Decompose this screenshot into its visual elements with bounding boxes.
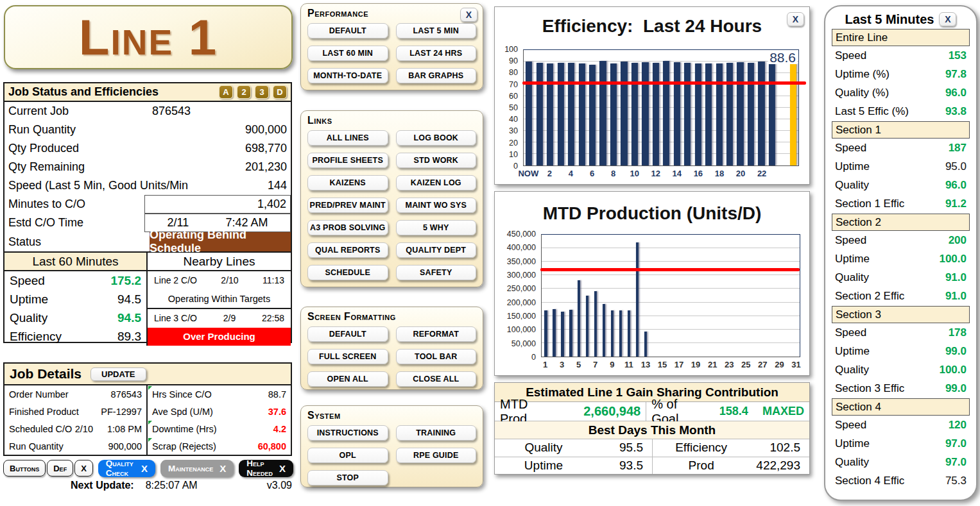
screen-formatting-button-full-screen[interactable]: FULL SCREEN xyxy=(307,349,388,364)
links-button-qual-reports[interactable]: QUAL REPORTS xyxy=(307,242,388,258)
section-2-section-2-effic-row: Section 2 Effic91.0 xyxy=(832,287,970,305)
section-1-section-1-effic-row: Section 1 Effic91.2 xyxy=(832,194,970,213)
buttons-pill[interactable]: Buttons xyxy=(3,460,46,476)
x-tick-label: 31 xyxy=(791,360,800,369)
screen-formatting-panel: Screen Formatting DEFAULTREFORMATFULL SC… xyxy=(300,307,483,390)
view-button-d[interactable]: D xyxy=(273,85,287,99)
performance-button-last-24-hrs[interactable]: LAST 24 HRS xyxy=(396,46,477,61)
bar xyxy=(642,62,648,165)
scrap-value: 60,800 xyxy=(258,441,286,451)
performance-close-button[interactable]: X xyxy=(460,8,477,22)
section-2-quality-row: Quality91.0 xyxy=(832,268,970,287)
metric-value: 99.0 xyxy=(945,345,967,358)
section-2-speed-row: Speed200 xyxy=(832,231,970,249)
y-tick-label: 20 xyxy=(509,139,518,148)
metric-label: Section 2 Effic xyxy=(835,290,945,303)
best-efficiency-value: 102.5 xyxy=(750,441,809,455)
status-row: Status Operating Behind Schedule xyxy=(4,232,291,251)
help-needed-pill[interactable]: Help NeededX xyxy=(239,460,293,477)
current-job-label: Current Job xyxy=(8,105,287,118)
last60-quality-value: 94.5 xyxy=(117,311,141,325)
links-button-kaizen-log[interactable]: KAIZEN LOG xyxy=(396,175,477,190)
qty-produced-row: Qty Produced 698,770 xyxy=(4,139,291,158)
quality-check-pill[interactable]: Quality CheckX xyxy=(98,460,155,477)
performance-button-last-5-min[interactable]: LAST 5 MIN xyxy=(396,23,477,38)
performance-button-last-60-min[interactable]: LAST 60 MIN xyxy=(307,46,388,61)
entire-line-uptime-row: Uptime (%)97.8 xyxy=(832,65,970,83)
links-button-a3-prob-solving[interactable]: A3 PROB SOLVING xyxy=(307,220,388,235)
metric-label: Speed xyxy=(835,419,949,432)
last-5-minutes-close-button[interactable]: X xyxy=(939,12,956,26)
metric-value: 96.0 xyxy=(945,179,967,192)
bar xyxy=(526,62,532,165)
screen-formatting-button-close-all[interactable]: CLOSE ALL xyxy=(396,371,477,387)
buttons-close-pill[interactable]: X xyxy=(74,460,93,476)
bar xyxy=(695,63,701,165)
y-tick-label: 300,000 xyxy=(507,271,536,280)
maintenance-pill[interactable]: MaintenanceX xyxy=(160,460,234,477)
bar xyxy=(705,63,712,165)
metric-label: Quality xyxy=(835,456,945,469)
job-status-title: Job Status and Efficiencies xyxy=(8,85,215,99)
speed-last5-label: Speed (Last 5 Min, Good Units/Min xyxy=(8,179,268,192)
screen-formatting-title: Screen Formatting xyxy=(307,311,396,322)
bar xyxy=(568,63,574,165)
links-button-safety[interactable]: SAFETY xyxy=(396,265,477,280)
metric-label: Section 4 Effic xyxy=(835,475,945,487)
links-button-log-book[interactable]: LOG BOOK xyxy=(396,130,477,146)
metric-label: Uptime xyxy=(835,253,939,266)
links-button-schedule[interactable]: SCHEDULE xyxy=(307,265,388,280)
mtd-chart-title: MTD Production (Units/D) xyxy=(495,203,809,224)
system-button-opl[interactable]: OPL xyxy=(307,448,388,463)
system-button-rpe-guide[interactable]: RPE GUIDE xyxy=(396,448,477,463)
performance-button-default[interactable]: DEFAULT xyxy=(307,23,388,38)
bar xyxy=(653,63,659,165)
links-button-5-why[interactable]: 5 WHY xyxy=(396,220,477,235)
estd-co-date: 2/11 xyxy=(168,216,189,230)
efficiency-plot-area: 88.6 xyxy=(523,49,799,166)
line2-co-row: Line 2 C/O 2/10 11:13 xyxy=(148,271,291,290)
view-button-2[interactable]: 2 xyxy=(237,85,251,99)
y-tick-label: 200,000 xyxy=(507,298,536,307)
screen-formatting-button-reformat[interactable]: REFORMAT xyxy=(396,326,477,342)
metric-value: 75.3 xyxy=(945,475,967,487)
links-button-std-work[interactable]: STD WORK xyxy=(396,153,477,168)
screen-formatting-button-default[interactable]: DEFAULT xyxy=(307,326,388,342)
efficiency-chart-close-button[interactable]: X xyxy=(787,12,804,26)
bar xyxy=(769,63,775,165)
section-4-section-4-effic-row: Section 4 Effic75.3 xyxy=(832,471,970,490)
bar xyxy=(586,296,589,357)
system-button-training[interactable]: TRAINING xyxy=(396,425,477,441)
help-needed-close-icon[interactable]: X xyxy=(279,463,286,474)
performance-title: Performance xyxy=(307,8,368,19)
view-button-3[interactable]: 3 xyxy=(255,85,269,99)
qty-remaining-label: Qty Remaining xyxy=(8,160,245,174)
view-button-a[interactable]: A xyxy=(219,85,233,99)
links-title: Links xyxy=(307,115,332,126)
screen-formatting-button-open-all[interactable]: OPEN ALL xyxy=(307,371,388,387)
maintenance-close-icon[interactable]: X xyxy=(219,463,226,474)
performance-button-month-to-date[interactable]: MONTH-TO-DATE xyxy=(307,68,388,83)
status-badge: Operating Behind Schedule xyxy=(150,232,291,251)
update-button[interactable]: UPDATE xyxy=(90,367,146,381)
links-button-kaizens[interactable]: KAIZENS xyxy=(307,175,388,190)
system-button-instructions[interactable]: INSTRUCTIONS xyxy=(307,425,388,441)
links-button-quality-dept[interactable]: QUALITY DEPT xyxy=(396,242,477,258)
last-60-minutes-header: Last 60 Minutes xyxy=(4,253,146,271)
x-tick-label: 10 xyxy=(630,169,639,178)
best-quality-value: 95.5 xyxy=(592,441,652,455)
y-tick-label: 30 xyxy=(509,126,518,135)
def-pill[interactable]: Def xyxy=(47,460,73,476)
bar xyxy=(644,332,647,357)
links-button-pred-prev-maint[interactable]: PRED/PREV MAINT xyxy=(307,198,388,213)
performance-button-bar-graphs[interactable]: BAR GRAPHS xyxy=(396,68,477,83)
system-button-stop[interactable]: STOP xyxy=(307,470,388,485)
target-line xyxy=(522,81,806,85)
screen-formatting-button-tool-bar[interactable]: TOOL BAR xyxy=(396,349,477,364)
links-button-maint-wo-sys[interactable]: MAINT WO SYS xyxy=(396,198,477,213)
links-button-profile-sheets[interactable]: PROFILE SHEETS xyxy=(307,153,388,168)
links-button-all-lines[interactable]: ALL LINES xyxy=(307,130,388,146)
section-3-uptime-row: Uptime99.0 xyxy=(832,342,970,360)
quality-check-close-icon[interactable]: X xyxy=(141,463,148,474)
job-status-bottom: Last 60 Minutes Speed175.2 Uptime94.5 Qu… xyxy=(4,251,291,346)
